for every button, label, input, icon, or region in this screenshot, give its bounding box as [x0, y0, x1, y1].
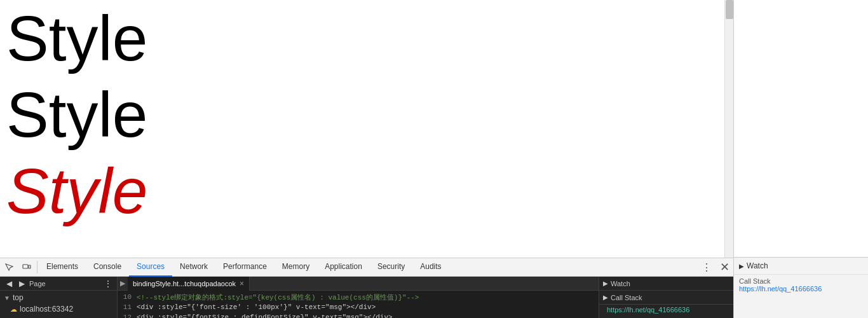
file-tree: ▼ top ☁ localhost:63342 — [0, 291, 117, 316]
code-line-10: 10 <!--style绑定对象的格式:style="{key(css属性名) … — [118, 292, 599, 302]
tree-item-top-label: top — [13, 293, 24, 302]
toolbar-separator-1 — [37, 261, 37, 273]
tab-security[interactable]: Security — [370, 258, 412, 277]
style-text-3: Style — [0, 153, 724, 229]
devtools-close-btn[interactable]: ✕ — [715, 258, 733, 276]
preview-scrollbar-thumb[interactable] — [726, 0, 733, 19]
editor-tab-label: bindingStyle.ht...tchuqdpadaocok — [133, 280, 236, 287]
folder-arrow-icon: ▼ — [4, 294, 10, 301]
tree-item-top[interactable]: ▼ top — [0, 292, 117, 303]
style-text-1: Style — [0, 0, 724, 76]
cloud-icon: ☁ — [10, 305, 17, 314]
right-panel-header — [734, 0, 868, 258]
watch-header[interactable]: ▶ Watch — [599, 277, 733, 291]
line-number-11: 11 — [118, 303, 137, 311]
watch-arrow-icon: ▶ — [739, 263, 744, 270]
sources-sidebar: ◀ ▶ Page ⋮ ▼ top ☁ localhost:63342 — [0, 277, 118, 318]
watch-collapse-icon: ▶ — [603, 280, 608, 287]
editor-tab-close-btn[interactable]: × — [240, 279, 244, 288]
device-toolbar-btn[interactable] — [18, 258, 36, 276]
tab-network[interactable]: Network — [172, 258, 215, 277]
watch-header-label: Watch — [611, 280, 729, 287]
tab-console[interactable]: Console — [86, 258, 129, 277]
right-panel-bottom: ▶ Watch Call Stack https://lh.net/qq_416… — [734, 258, 868, 318]
svg-rect-0 — [23, 265, 28, 268]
preview-scrollbar[interactable] — [724, 0, 733, 258]
tab-memory[interactable]: Memory — [275, 258, 317, 277]
sidebar-more-btn[interactable]: ⋮ — [103, 279, 113, 289]
editor-active-tab[interactable]: bindingStyle.ht...tchuqdpadaocok × — [128, 277, 250, 291]
call-stack-link-item[interactable]: https://lh.net/qq_41666636 — [599, 305, 733, 315]
tree-item-localhost[interactable]: ☁ localhost:63342 — [0, 303, 117, 315]
code-line-12: 12 <div :style="{fontSize : defindFontSi… — [118, 312, 599, 318]
call-stack-area: Call Stack https://lh.net/qq_41666636 — [734, 275, 868, 295]
sources-bottom: ◀ ▶ Page ⋮ ▼ top ☁ localhost:63342 ▶ bin… — [0, 277, 733, 318]
line-number-12: 12 — [118, 314, 137, 318]
inspect-element-btn[interactable] — [0, 258, 18, 276]
style-text-2: Style — [0, 76, 724, 153]
editor-tab-bar: ▶ bindingStyle.ht...tchuqdpadaocok × — [118, 277, 599, 291]
sources-sidebar-header: ◀ ▶ Page ⋮ — [0, 277, 117, 291]
devtools-toolbar: Elements Console Sources Network Perform… — [0, 258, 733, 277]
preview-area: Style Style Style — [0, 0, 724, 258]
code-line-11: 11 <div :style="{'font-size' : '100px'}"… — [118, 302, 599, 312]
sidebar-forward-btn[interactable]: ▶ — [17, 279, 27, 289]
line-content-10: <!--style绑定对象的格式:style="{key(css属性名) : v… — [137, 293, 419, 302]
code-editor: ▶ bindingStyle.ht...tchuqdpadaocok × 10 … — [118, 277, 599, 318]
sidebar-back-btn[interactable]: ◀ — [4, 279, 14, 289]
call-stack-header-label: Call Stack — [611, 294, 729, 301]
call-stack-header[interactable]: ▶ Call Stack — [599, 291, 733, 305]
sources-right-panel: ▶ Watch ▶ Call Stack https://lh.net/qq_4… — [599, 277, 733, 318]
watch-label-text: Watch — [747, 261, 768, 270]
svg-rect-1 — [29, 265, 31, 268]
devtools-more-btn[interactable]: ⋮ — [698, 258, 715, 276]
line-number-10: 10 — [118, 293, 137, 301]
call-stack-link[interactable]: https://lh.net/qq_41666636 — [739, 285, 863, 293]
tab-elements[interactable]: Elements — [39, 258, 86, 277]
tab-audits[interactable]: Audits — [412, 258, 449, 277]
editor-panel-expand-btn[interactable]: ▶ — [118, 277, 128, 291]
watch-section-label: ▶ Watch — [734, 258, 868, 275]
page-label: Page — [29, 280, 100, 287]
call-stack-label: Call Stack — [739, 277, 771, 285]
tab-application[interactable]: Application — [317, 258, 370, 277]
line-content-11: <div :style="{'font-size' : '100px'}" v-… — [137, 303, 376, 311]
line-content-12: <div :style="{fontSize : defindFontSize}… — [137, 314, 393, 318]
tree-item-localhost-label: localhost:63342 — [20, 305, 73, 314]
code-lines: 10 <!--style绑定对象的格式:style="{key(css属性名) … — [118, 291, 599, 318]
call-stack-collapse-icon: ▶ — [603, 294, 608, 301]
tab-performance[interactable]: Performance — [215, 258, 275, 277]
right-panel: ▶ Watch Call Stack https://lh.net/qq_416… — [733, 0, 868, 318]
tab-sources[interactable]: Sources — [129, 258, 172, 277]
